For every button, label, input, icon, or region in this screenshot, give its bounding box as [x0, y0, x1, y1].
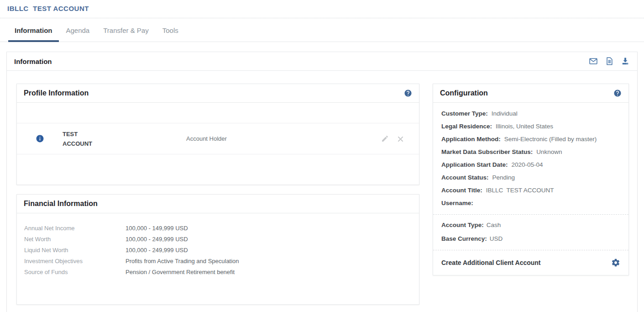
financial-card-header: Financial Information — [17, 195, 419, 213]
profile-information-card: Profile Information — [16, 84, 419, 185]
tab-tools[interactable]: Tools — [156, 26, 185, 42]
page-title: IBLLC TEST ACCOUNT — [7, 5, 637, 12]
information-panel-title: Information — [14, 58, 52, 65]
tab-bar: Information Agenda Transfer & Pay Tools — [0, 18, 644, 42]
config-row-value: Individual — [492, 110, 518, 117]
config-row: Account Title: IBLLC TEST ACCOUNT — [441, 187, 620, 194]
financial-row: Net Worth 100,000 - 249,999 USD — [24, 236, 412, 242]
config-row: Customer Type: Individual — [441, 110, 620, 117]
config-row: Account Type: Cash — [441, 222, 620, 229]
panel-action-icons — [589, 57, 630, 66]
right-column: Configuration Customer Type: Individual … — [433, 84, 629, 275]
information-panel: Information — [6, 52, 638, 312]
configuration-card: Configuration Customer Type: Individual … — [433, 84, 629, 275]
mail-icon[interactable] — [589, 57, 598, 66]
create-additional-client-account-label: Create Additional Client Account — [441, 259, 541, 266]
config-row-label: Username: — [441, 200, 473, 207]
tab-information[interactable]: Information — [8, 26, 59, 42]
config-row-value: 2020-05-04 — [512, 161, 543, 169]
financial-row-label: Liquid Net Worth — [24, 247, 126, 253]
config-row-label: Account Title: — [441, 187, 482, 194]
account-holder-name-line2: ACCOUNT — [63, 139, 179, 148]
account-holder-name: TEST ACCOUNT — [63, 129, 179, 148]
panel-body: Profile Information — [7, 71, 637, 312]
config-row-label: Customer Type: — [441, 110, 488, 117]
profile-card-header: Profile Information — [17, 84, 419, 103]
edit-pencil-icon[interactable] — [381, 135, 389, 143]
financial-row-value: Pension / Government Retirement benefit — [126, 269, 235, 275]
financial-row: Annual Net Income 100,000 - 149,999 USD — [24, 225, 412, 231]
configuration-card-header: Configuration — [433, 84, 628, 103]
account-holder-name-line1: TEST — [63, 129, 179, 139]
delete-x-icon[interactable] — [397, 135, 404, 143]
profile-spacer — [17, 103, 419, 123]
financial-row-value: Profits from Active Trading and Speculat… — [126, 258, 239, 264]
financial-row-value: 100,000 - 249,999 USD — [126, 236, 188, 242]
financial-row-label: Investment Objectives — [24, 258, 126, 264]
configuration-card-title: Configuration — [440, 89, 488, 97]
config-row-label: Base Currency: — [441, 235, 487, 243]
create-additional-client-account-row[interactable]: Create Additional Client Account — [433, 250, 628, 275]
config-row-label: Legal Residence: — [441, 123, 492, 130]
profile-card-title: Profile Information — [24, 89, 89, 97]
financial-card-title: Financial Information — [24, 200, 98, 208]
config-row-value: Illinois, United States — [496, 123, 553, 130]
tab-agenda[interactable]: Agenda — [60, 26, 96, 42]
financial-row-value: 100,000 - 149,999 USD — [126, 225, 188, 231]
configuration-account-section: Account Type: Cash Base Currency: USD — [433, 214, 628, 250]
config-row-label: Application Method: — [441, 136, 501, 143]
config-row-label: Application Start Date: — [441, 161, 508, 169]
financial-row: Investment Objectives Profits from Activ… — [24, 258, 412, 264]
config-row: Application Start Date: 2020-05-04 — [441, 161, 620, 169]
configuration-details: Customer Type: Individual Legal Residenc… — [433, 103, 628, 214]
financial-row-value: 100,000 - 249,999 USD — [126, 247, 188, 253]
tab-transfer-and-pay[interactable]: Transfer & Pay — [97, 26, 155, 42]
config-row-value: Pending — [492, 174, 515, 181]
account-holder-role: Account Holder — [179, 135, 381, 142]
config-row-label: Account Type: — [441, 222, 484, 229]
config-row: Base Currency: USD — [441, 235, 620, 243]
download-icon[interactable] — [621, 57, 630, 66]
config-row-value: Unknown — [536, 148, 562, 156]
profile-row-actions — [381, 135, 419, 143]
config-row-label: Account Status: — [441, 174, 489, 181]
config-row: Account Status: Pending — [441, 174, 620, 181]
financial-row-label: Net Worth — [24, 236, 126, 242]
config-row-value: IBLLC TEST ACCOUNT — [486, 187, 554, 194]
financial-information-card: Financial Information Annual Net Income … — [16, 194, 419, 305]
profile-info-cell — [17, 134, 63, 143]
document-icon[interactable] — [605, 57, 614, 66]
financial-row: Liquid Net Worth 100,000 - 249,999 USD — [24, 247, 412, 253]
financial-row: Source of Funds Pension / Government Ret… — [24, 269, 412, 275]
help-icon[interactable] — [613, 89, 622, 97]
information-panel-header: Information — [7, 52, 637, 71]
info-icon[interactable] — [36, 134, 44, 143]
page-header: IBLLC TEST ACCOUNT — [0, 0, 644, 18]
left-column: Profile Information — [16, 84, 419, 305]
profile-spacer — [17, 154, 419, 185]
config-row-value: Semi-Electronic (Filled by master) — [504, 136, 597, 143]
config-row-value: USD — [490, 235, 503, 243]
config-row: Username: — [441, 200, 620, 207]
account-holder-row: TEST ACCOUNT Account Holder — [17, 123, 419, 154]
config-row: Market Data Subscriber Status: Unknown — [441, 148, 620, 156]
help-icon[interactable] — [404, 89, 412, 97]
config-row-value: Cash — [487, 222, 501, 229]
financial-body: Annual Net Income 100,000 - 149,999 USD … — [17, 213, 419, 304]
config-row: Legal Residence: Illinois, United States — [441, 123, 620, 130]
gear-icon[interactable] — [611, 258, 620, 267]
financial-row-label: Annual Net Income — [24, 225, 126, 231]
financial-row-label: Source of Funds — [24, 269, 126, 275]
config-row-label: Market Data Subscriber Status: — [441, 148, 533, 156]
config-row: Application Method: Semi-Electronic (Fil… — [441, 136, 620, 143]
